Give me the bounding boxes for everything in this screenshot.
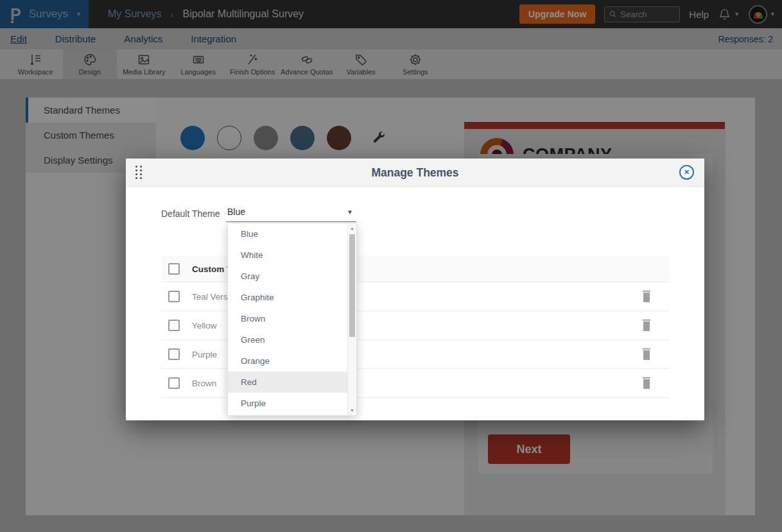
chevron-down-icon: ▼ [347, 209, 353, 216]
default-theme-select[interactable]: Blue ▼ [226, 203, 356, 222]
dropdown-options: Blue White Gray Graphite Brown Green Ora… [228, 223, 347, 415]
scrollbar-thumb[interactable] [349, 234, 355, 337]
trash-icon[interactable] [641, 377, 652, 390]
trash-icon[interactable] [641, 320, 652, 332]
row-checkbox[interactable] [168, 320, 180, 331]
scroll-down-icon[interactable]: ▼ [348, 408, 356, 413]
dropdown-option-brown[interactable]: Brown [228, 308, 347, 329]
dropdown-option-white[interactable]: White [228, 245, 347, 266]
trash-icon[interactable] [641, 291, 652, 303]
modal-title: Manage Themes [126, 159, 704, 187]
trash-icon[interactable] [641, 348, 652, 361]
dropdown-option-graphite[interactable]: Graphite [228, 287, 347, 308]
select-all-checkbox[interactable] [168, 263, 180, 275]
questionpro-app: P Surveys ▼ My Surveys › Bipolar Multili… [0, 0, 782, 532]
default-theme-dropdown: Blue White Gray Graphite Brown Green Ora… [227, 223, 357, 416]
close-icon[interactable]: ✕ [679, 165, 694, 180]
dropdown-option-green[interactable]: Green [228, 329, 347, 350]
manage-themes-modal: Manage Themes ✕ Default Theme Blue ▼ Cus… [126, 159, 704, 420]
modal-header: Manage Themes ✕ [126, 159, 704, 187]
row-checkbox[interactable] [168, 377, 180, 389]
theme-name: Brown [192, 379, 216, 388]
dropdown-option-purple[interactable]: Purple [228, 393, 347, 414]
default-theme-value: Blue [227, 207, 245, 217]
default-theme-label: Default Theme [161, 209, 220, 219]
theme-name: Yellow [192, 321, 217, 330]
dropdown-option-orange[interactable]: Orange [228, 350, 347, 372]
dropdown-option-gray[interactable]: Gray [228, 266, 347, 287]
dropdown-scrollbar[interactable]: ▲ ▼ [347, 223, 356, 415]
row-checkbox[interactable] [168, 291, 180, 302]
dropdown-option-blue[interactable]: Blue [228, 223, 347, 245]
row-checkbox[interactable] [168, 348, 180, 360]
scroll-up-icon[interactable]: ▲ [348, 226, 356, 230]
theme-name: Purple [192, 350, 217, 359]
dropdown-option-red[interactable]: Red [228, 372, 347, 393]
